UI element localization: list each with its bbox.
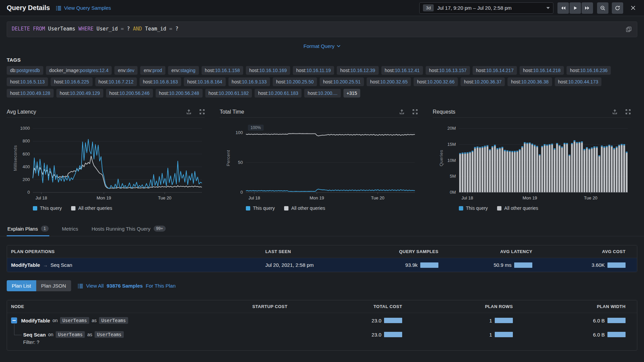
time-duration-badge: 3d <box>423 4 434 11</box>
plan-table-row[interactable]: ModifyTable → Seq Scan Jul 20, 2021, 2:5… <box>7 258 637 272</box>
tab-hosts-running-query[interactable]: Hosts Running This Query 99+ <box>91 222 166 236</box>
time-back-button[interactable] <box>557 2 569 14</box>
node-as-label: as <box>92 318 97 323</box>
view-all-suffix: For This Plan <box>146 283 176 289</box>
export-icon[interactable] <box>399 109 405 114</box>
tag-pill[interactable]: host:10.16.1.158 <box>202 66 243 75</box>
svg-text:10M: 10M <box>447 158 456 163</box>
legend-item[interactable]: All other queries <box>497 205 538 211</box>
tag-pill[interactable]: host:10.200.32.66 <box>414 77 458 86</box>
tag-pill[interactable]: host:10.16.6.225 <box>51 77 92 86</box>
time-nav-group <box>557 2 593 14</box>
tag-pill[interactable]: host:10.16.5.113 <box>7 77 48 86</box>
tab-explain-plans[interactable]: Explain Plans 1 <box>7 222 49 236</box>
tree-connector <box>14 323 22 335</box>
svg-text:800: 800 <box>22 138 30 143</box>
legend-item[interactable]: This query <box>459 205 488 211</box>
tag-list: db:postgresdbdocker_image:postgres:12.4e… <box>7 66 637 98</box>
view-all-samples-link[interactable]: View All 93876 Samples For This Plan <box>78 283 176 289</box>
col-avg-latency: AVG LATENCY <box>442 245 536 258</box>
tag-pill[interactable]: host:10.16.7.212 <box>95 77 137 86</box>
tag-pill[interactable]: env:dev <box>114 66 138 75</box>
value-badge: 100% <box>248 125 264 131</box>
node-cell: Seq Scan on UserTeams as UserTeams Filte… <box>7 328 184 350</box>
total-cost-cell: 23.0 <box>291 328 406 350</box>
legend-swatch <box>497 206 501 210</box>
expand-icon[interactable] <box>413 109 418 114</box>
page-title: Query Details <box>7 4 50 12</box>
plan-operation-cell: ModifyTable → Seq Scan <box>7 258 261 272</box>
export-icon[interactable] <box>612 109 618 114</box>
plan-list-button[interactable]: Plan List <box>7 280 36 291</box>
tags-overflow-pill[interactable]: +315 <box>343 89 360 98</box>
format-query-button[interactable]: Format Query <box>304 43 341 49</box>
tab-metrics[interactable]: Metrics <box>61 222 79 236</box>
tag-pill[interactable]: host:10.16.13.157 <box>426 66 470 75</box>
expand-icon[interactable] <box>200 109 205 114</box>
svg-text:Percent: Percent <box>226 150 231 166</box>
format-query-label: Format Query <box>304 43 335 49</box>
tag-pill[interactable]: host:10.200.61.183 <box>255 89 302 98</box>
tag-pill[interactable]: host:10.16.8.163 <box>140 77 181 86</box>
time-range-picker[interactable]: 3d Jul 17, 9:20 pm – Jul 20, 2:58 pm <box>419 2 553 14</box>
node-table-pill: UserTeams <box>60 317 89 324</box>
tag-pill[interactable]: env:staging <box>168 66 199 75</box>
tag-pill[interactable]: host:10.16.9.133 <box>228 77 270 86</box>
tag-pill[interactable]: host:10.200.36.38 <box>507 77 552 86</box>
legend-label: All other queries <box>291 205 325 211</box>
tag-pill[interactable]: host:10.16.10.169 <box>246 66 290 75</box>
tag-pill[interactable]: host:10.200.44.173 <box>555 77 602 86</box>
expand-icon[interactable] <box>626 109 631 114</box>
tag-pill[interactable]: host:10.16.14.217 <box>473 66 517 75</box>
chart-canvas: 02004006008001000MillisecondsJul 18Mon 1… <box>7 119 205 203</box>
tag-pill[interactable]: host:10.200.49.128 <box>7 89 54 98</box>
tag-pill[interactable]: host:10.16.11.19 <box>293 66 334 75</box>
time-forward-button[interactable] <box>582 2 593 14</box>
close-button[interactable] <box>627 2 639 14</box>
col-plan-operations: PLAN OPERATIONS <box>7 245 261 258</box>
zoom-out-button[interactable] <box>597 2 608 14</box>
chart-legend: This queryAll other queries <box>220 205 418 211</box>
tag-pill[interactable]: host:10.200.25.50 <box>273 77 317 86</box>
value-bar <box>495 332 513 337</box>
legend-item[interactable]: All other queries <box>71 205 112 211</box>
tag-pill[interactable]: host:10.16.12.39 <box>337 66 378 75</box>
tag-pill[interactable]: host:10.16.14.218 <box>520 66 564 75</box>
tag-pill[interactable]: host:10.200.49.129 <box>56 89 103 98</box>
tag-pill[interactable]: host:10.200.56.246 <box>106 89 153 98</box>
legend-item[interactable]: This query <box>33 205 62 211</box>
tag-pill[interactable]: host:10.200.... <box>304 89 341 98</box>
plan-json-button[interactable]: Plan JSON <box>36 280 71 291</box>
node-alias-pill: UserTeams <box>95 331 124 338</box>
col-node: NODE <box>7 300 184 313</box>
tag-pill[interactable]: host:10.200.32.65 <box>367 77 411 86</box>
collapse-toggle-icon[interactable] <box>11 317 17 323</box>
detail-tabs: Explain Plans 1 Metrics Hosts Running Th… <box>0 222 644 236</box>
plan-width-cell: 6.0 B <box>517 313 630 328</box>
tab-label: Explain Plans <box>7 226 38 232</box>
legend-item[interactable]: All other queries <box>284 205 325 211</box>
col-last-seen: LAST SEEN <box>261 245 369 258</box>
copy-icon[interactable] <box>625 26 632 33</box>
tag-pill[interactable]: host:10.16.16.236 <box>567 66 611 75</box>
export-icon[interactable] <box>186 109 192 114</box>
tag-pill[interactable]: host:10.200.61.182 <box>205 89 252 98</box>
svg-text:0M: 0M <box>450 190 456 195</box>
plan-operations-table: PLAN OPERATIONS LAST SEEN QUERY SAMPLES … <box>7 245 637 272</box>
tag-pill[interactable]: env:prod <box>140 66 165 75</box>
tag-pill[interactable]: host:10.200.36.37 <box>461 77 505 86</box>
svg-text:0: 0 <box>28 190 30 195</box>
legend-item[interactable]: This query <box>246 205 275 211</box>
tag-pill[interactable]: host:10.200.56.248 <box>156 89 203 98</box>
plan-table-header: PLAN OPERATIONS LAST SEEN QUERY SAMPLES … <box>7 245 637 258</box>
refresh-button[interactable] <box>612 2 623 14</box>
tag-pill[interactable]: docker_image:postgres:12.4 <box>46 66 112 75</box>
time-play-button[interactable] <box>570 2 581 14</box>
svg-text:0: 0 <box>240 190 243 195</box>
view-query-samples-link[interactable]: View Query Samples <box>56 5 111 11</box>
tag-pill[interactable]: host:10.16.12.41 <box>381 66 423 75</box>
tag-pill[interactable]: db:postgresdb <box>7 66 43 75</box>
legend-swatch <box>33 206 37 210</box>
tag-pill[interactable]: host:10.200.25.51 <box>320 77 364 86</box>
tag-pill[interactable]: host:10.16.8.164 <box>184 77 225 86</box>
